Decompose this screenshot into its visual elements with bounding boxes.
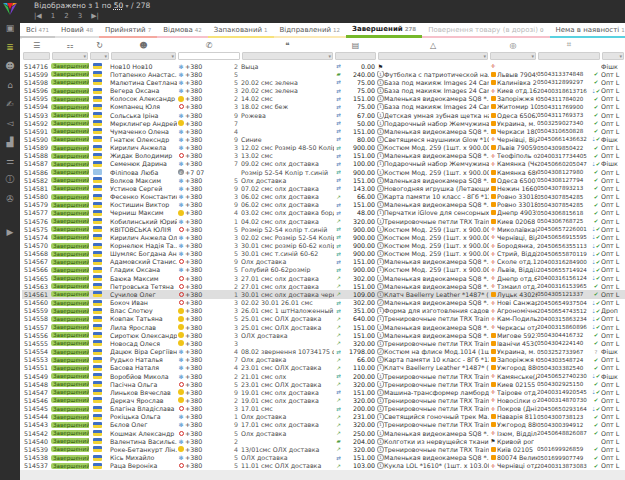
orders-icon[interactable]: ≣ [0,37,20,56]
info-icon[interactable]: ⓘ [0,170,20,189]
campaigns-icon[interactable]: ◅ [0,113,20,132]
payment-filter[interactable] [335,52,376,60]
table-row[interactable]: 514565 Завершений Баюка Максим +380 3 27… [22,274,625,282]
page-1-button[interactable]: 1 [51,12,55,20]
table-row[interactable]: 514544 Завершений Рокіцька Ольга ✻ +380 … [22,413,625,421]
tasks-icon[interactable]: ✍ [0,94,20,113]
table-row[interactable]: 514587 Завершений Семенюк Дарина ✻ +380 … [22,160,625,168]
manager-column-icon[interactable] [601,38,625,52]
companies-icon[interactable]: ⌂ [0,75,20,94]
table-row[interactable]: 514543 Завершений Бєлов Олег ✻ +380 9 17… [22,421,625,429]
comment-column-icon[interactable]: ❝ [241,38,334,52]
video-icon[interactable]: ▶ [0,222,20,241]
table-row[interactable]: 514556 Завершений Сиротюк Олександр +380… [22,331,625,339]
page-3-button[interactable]: 3 [78,12,82,20]
client-column-icon[interactable]: ☻ [110,38,177,52]
table-row[interactable]: 514553 Завершений Рудько Наталья ✻ +380 … [22,356,625,364]
table-row[interactable]: 514549 Завершений Воробйов Микола ✻ +380… [22,372,625,380]
location-column-icon[interactable]: ◎ [489,38,537,52]
table-row[interactable]: 514570 Завершений Корнелюк Надія Та... ✻… [22,241,625,249]
table-row[interactable]: 514537 Завершений Раца Вероніка +380 5 1… [22,462,625,470]
tab-7[interactable]: Завершений278 [346,23,422,38]
table-row[interactable]: 514598 Завершений Малютина Светлана ✻ +3… [22,78,625,86]
order-id-filter[interactable] [23,52,50,60]
order-id: 514577 [22,209,51,216]
table-row[interactable]: 514580 Завершений Фесенко Константин ✻ +… [22,193,625,201]
table-row[interactable]: 514595 Завершений Колосок Александр +380… [22,95,625,103]
product-filter[interactable]: ▾ [378,52,488,60]
dashboard-icon[interactable]: ▣ [0,18,20,37]
client-filter[interactable]: ▾ [111,52,176,60]
tab-6[interactable]: Відправлений12 [274,23,346,38]
table-row[interactable]: 514575 Завершений КВІТОВСЬКА ЮЛІЯ +380 5… [22,225,625,233]
table-row[interactable]: 514577 Завершений Черниш Максим +380 4 0… [22,209,625,217]
status-column-icon[interactable]: ⚏ [51,38,89,52]
ttn-filter[interactable] [538,52,600,60]
table-row[interactable]: 514567 Завершений Адамовский Станис... +… [22,258,625,266]
statistics-icon[interactable]: ▟ [0,132,20,151]
table-row[interactable]: 514574 Завершений Кирилич Анжела Ол... ✻… [22,233,625,241]
page-2-button[interactable]: 2 [64,12,68,20]
product-column-icon[interactable]: △ [377,38,489,52]
table-row[interactable]: 514576 Завершений Кобилинський Юрий ✻ +3… [22,217,625,225]
table-row[interactable]: 514548 Завершений Пасічна Ольга +380 5 2… [22,380,625,388]
table-row[interactable]: 514557 Завершений Лила Ярослав +380 3 25… [22,323,625,331]
table-row[interactable]: 514561 Завершений Сучилов Олег +380 1 30… [22,290,625,298]
table-row[interactable]: 514599 Завершений Потапенко Анастас... ✻… [22,70,625,78]
table-row[interactable]: 514593 Завершений Сольська Іріна ✻ +380 … [22,111,625,119]
table-row[interactable]: 514560 Завершений Бокоч Иван +380 3 02.0… [22,299,625,307]
table-row[interactable]: 514566 Завершений Гладик Оксана ✻ +380 5… [22,266,625,274]
table-row[interactable]: 514551 Завершений Басова Наталя ✻ +380 4… [22,364,625,372]
tab-3[interactable]: Прийнятий7 [99,23,157,38]
table-row[interactable]: 514579 Завершений Костишин Виктор ✻ +380… [22,201,625,209]
table-row[interactable]: 514545 Завершений Благіна Владіслава +38… [22,405,625,413]
table-row[interactable]: 514591 Завершений Чумаченко Олена ✻ +380… [22,127,625,135]
table-row[interactable]: 514716 Завершений Нов10 Нов10 ✻ +380 2 В… [22,62,625,70]
payment-column-icon[interactable]: ▤ [334,38,377,52]
table-row[interactable]: 514539 Завершений Роке-Бетанкурт Лін... … [22,445,625,453]
tab-2[interactable]: Новий48 [55,23,99,38]
tab-1[interactable]: Всі471 [20,23,55,38]
table-row[interactable]: 514588 Завершений Жидак Володимир +380 3… [22,152,625,160]
table-row[interactable]: 514540 Завершений Валентина Васильє... ✻… [22,437,625,445]
country-column-icon[interactable]: ↻ [89,38,110,52]
table-row[interactable]: 514568 Завершений Шумляс Богдана Ан... ✻… [22,250,625,258]
country-filter[interactable]: ▾ [90,52,109,60]
last-page-button[interactable]: ▶| [91,12,99,20]
phone-column-icon[interactable]: ✆ [177,38,241,52]
table-row[interactable]: 514559 Завершений Влас Слотюу +380 3 26.… [22,307,625,315]
table-row[interactable]: 514542 Завершений Кошмак Александр +380 … [22,429,625,437]
table-row[interactable]: 514592 Завершений Мерклингер Андрей +380… [22,119,625,127]
integrations-icon[interactable]: ⚌ [0,151,20,170]
table-row[interactable]: 514554 Завершений Дацюк Віра Сергіївна ✻… [22,347,625,355]
manager-filter[interactable]: ▾ [602,52,624,60]
table-row[interactable]: 514563 Завершений Петровська Тетяна +380… [22,282,625,290]
location-filter[interactable]: ▾ [490,52,536,60]
table-row[interactable]: 514547 Завершений Линьков Вячеслав +380 … [22,388,625,396]
table-row[interactable]: 514589 Завершений Кирилич Анжела ✻ +380 … [22,144,625,152]
status-filter[interactable]: ▾ [52,52,88,60]
table-row[interactable]: 514538 Завершений Кісь Михайло ✻ +380 5 … [22,454,625,462]
order-id-column-icon[interactable]: ☰ [22,38,51,52]
table-row[interactable]: 514546 Завершений Деркач Ярослав +380 2 … [22,396,625,404]
table-row[interactable]: 514596 Завершений Вегера Оксана ✻ +380 3… [22,86,625,94]
table-row[interactable]: 514582 Завершений Волков Максим ✻ +380 5… [22,176,625,184]
tab-4[interactable]: Відмова42 [157,23,208,38]
tab-9[interactable]: Нема в наявності1 [550,23,625,38]
table-row[interactable]: 514590 Завершений Гнатюк Олексндр ✻ +380… [22,135,625,143]
first-page-button[interactable]: |◀ [34,12,42,20]
table-row[interactable]: 514558 Завершений Ковпак Татьяна +380 5 … [22,315,625,323]
clients-icon[interactable]: ☻ [0,56,20,75]
comment-filter[interactable]: ▾ [242,52,333,60]
table-row[interactable]: 514581 Завершений Устинов Сергей ✻ +380 … [22,184,625,192]
app-logo-icon[interactable] [0,0,20,18]
tab-5[interactable]: Запакований1 [208,23,274,38]
table-row[interactable]: 514555 Завершений Новосад Олеся +380 3 ↗… [22,339,625,347]
ttn-column-icon[interactable]: ⌗ [537,38,601,52]
table-row[interactable]: 514586 Завершений Філіпова Люба ✆ +7 07 … [22,168,625,176]
tab-8[interactable]: Повернення товару (в дорозі)0 [422,23,549,38]
per-page-select[interactable]: 50 [114,1,124,10]
security-icon[interactable]: ✇ [0,189,20,208]
phone-filter[interactable] [178,52,240,60]
table-row[interactable]: 514594 Завершений Компанец Юля +380 3 18… [22,103,625,111]
